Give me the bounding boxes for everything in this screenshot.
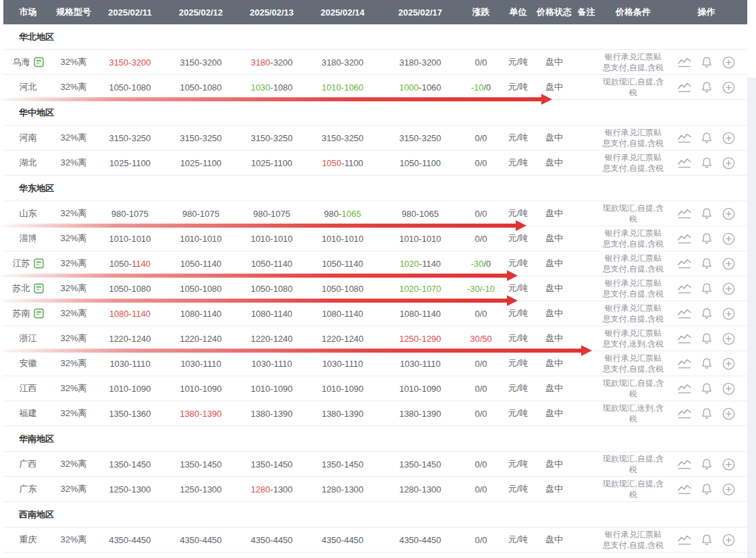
condition-cell: 银行承兑汇票贴息支付,自提,含税 [601, 528, 666, 552]
bell-icon[interactable] [699, 332, 714, 345]
market-cell: 江西 [3, 376, 53, 401]
market-name: 广西 [20, 458, 37, 470]
plus-circle-icon[interactable] [722, 80, 736, 94]
bell-icon[interactable] [699, 207, 714, 220]
price-cell: 1280-1300 [236, 477, 307, 501]
market-cell: 苏南 [3, 301, 53, 326]
col-header-date-2: 2025/02/12 [165, 7, 236, 18]
line-chart-icon[interactable] [677, 407, 692, 420]
line-chart-icon[interactable] [677, 156, 692, 170]
market-name: 苏南 [13, 307, 30, 320]
line-chart-icon[interactable] [677, 232, 692, 245]
plus-circle-icon[interactable] [722, 55, 736, 69]
unit-value: 元/吨 [508, 483, 529, 495]
note-cell [572, 50, 601, 74]
price-cell: 1220-1240 [307, 326, 378, 351]
note-cell [572, 452, 601, 476]
line-chart-icon[interactable] [677, 382, 692, 395]
plus-circle-icon[interactable] [722, 407, 736, 420]
price-cell: 1080-1140 [236, 301, 307, 326]
bell-icon[interactable] [699, 282, 714, 295]
line-chart-icon[interactable] [677, 482, 692, 496]
status-value: 盘中 [545, 157, 563, 169]
scrollbar-track[interactable] [747, 78, 756, 558]
report-doc-icon[interactable] [34, 283, 44, 294]
spec-cell: 32%离 [53, 75, 94, 99]
plus-circle-icon[interactable] [722, 457, 736, 471]
plus-circle-icon[interactable] [722, 156, 736, 170]
note-cell [572, 276, 601, 301]
plus-circle-icon[interactable] [722, 382, 736, 395]
plus-circle-icon[interactable] [722, 257, 736, 270]
price-segment: 1380-1390 [321, 409, 363, 419]
price-cell: 1350-1360 [94, 401, 165, 426]
line-chart-icon[interactable] [677, 131, 692, 145]
line-chart-icon[interactable] [677, 332, 692, 345]
plus-circle-icon[interactable] [722, 533, 736, 547]
price-cell: 1030-1110 [165, 351, 236, 376]
price-segment: 1380-1390 [250, 409, 292, 419]
line-chart-icon[interactable] [677, 282, 692, 295]
plus-circle-icon[interactable] [722, 207, 736, 220]
col-header-date-3: 2025/02/13 [236, 7, 307, 18]
line-chart-icon[interactable] [677, 207, 692, 220]
line-chart-icon[interactable] [677, 257, 692, 270]
condition-value: 银行承兑汇票贴息支付,自提,含税 [602, 152, 664, 174]
line-chart-icon[interactable] [677, 533, 692, 547]
price-segment: 1350-1450 [250, 459, 292, 470]
bell-icon[interactable] [699, 382, 714, 395]
plus-circle-icon[interactable] [722, 307, 736, 320]
price-segment: -1060 [418, 82, 441, 93]
report-doc-icon[interactable] [34, 57, 44, 68]
price-segment: 1010-1090 [399, 384, 441, 394]
price-cell: 1030-1110 [378, 351, 462, 376]
note-cell [572, 477, 601, 501]
bell-icon[interactable] [699, 80, 714, 94]
table-body: 华北地区乌海32%离3150-32003150-32003180-3200318… [3, 24, 747, 553]
bell-icon[interactable] [699, 232, 714, 245]
price-segment: 1220-1240 [321, 334, 363, 344]
report-doc-icon[interactable] [34, 308, 44, 319]
actions-cell [666, 50, 747, 74]
price-segment: 4350-4450 [321, 535, 363, 545]
bell-icon[interactable] [699, 533, 714, 547]
bell-icon[interactable] [699, 131, 714, 145]
line-chart-icon[interactable] [677, 55, 692, 69]
unit-value: 元/吨 [508, 132, 529, 144]
plus-circle-icon[interactable] [722, 332, 736, 345]
note-cell [572, 326, 601, 351]
plus-circle-icon[interactable] [722, 482, 736, 496]
bell-icon[interactable] [699, 457, 714, 471]
unit-value: 元/吨 [508, 534, 529, 546]
plus-circle-icon[interactable] [722, 357, 736, 370]
bell-icon[interactable] [699, 257, 714, 270]
line-chart-icon[interactable] [677, 307, 692, 320]
spec-cell: 32%离 [53, 401, 94, 426]
plus-circle-icon[interactable] [722, 232, 736, 245]
status-cell: 盘中 [537, 376, 572, 401]
report-doc-icon[interactable] [34, 258, 44, 269]
price-segment: 3150-3200 [109, 57, 151, 68]
bell-icon[interactable] [699, 307, 714, 320]
note-cell [572, 528, 601, 552]
bell-icon[interactable] [699, 357, 714, 370]
bell-icon[interactable] [699, 156, 714, 170]
price-cell: 1350-1450 [307, 452, 378, 476]
market-cell: 安徽 [3, 351, 53, 376]
price-segment: 1050-1140 [180, 259, 221, 269]
plus-circle-icon[interactable] [722, 131, 736, 145]
plus-circle-icon[interactable] [722, 282, 736, 295]
bell-icon[interactable] [699, 482, 714, 496]
price-cell: 1280-1300 [307, 477, 378, 501]
actions-cell [666, 528, 747, 552]
bell-icon[interactable] [699, 55, 714, 69]
market-cell: 重庆 [3, 528, 53, 552]
bell-icon[interactable] [699, 407, 714, 420]
line-chart-icon[interactable] [677, 80, 692, 94]
line-chart-icon[interactable] [677, 457, 692, 471]
table-row: 山东32%离980-1075980-1075980-1075980-106598… [3, 201, 747, 226]
actions-cell [666, 401, 747, 426]
change-segment: 0/0 [475, 158, 487, 168]
price-cell: 1050-1080 [165, 75, 236, 99]
line-chart-icon[interactable] [677, 357, 692, 370]
